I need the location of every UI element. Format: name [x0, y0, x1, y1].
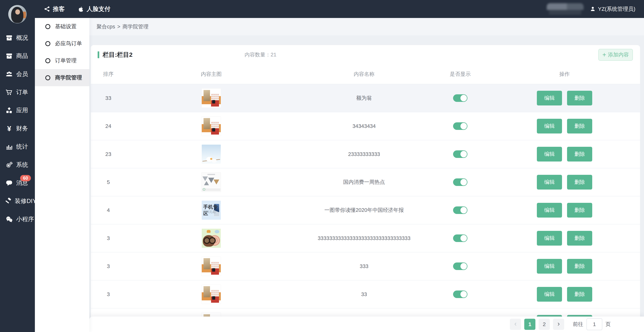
share-icon	[44, 6, 50, 12]
actions-cell: 编辑删除	[489, 231, 640, 246]
name-cell: 33	[297, 291, 432, 297]
thumbnail-cell	[126, 116, 297, 136]
sort-cell: 3	[91, 291, 126, 297]
pagination-prev-button[interactable]: ‹	[510, 319, 521, 330]
topbar-item-face-pay[interactable]: 人脸支付	[78, 5, 110, 13]
submenu-item-order-management[interactable]: 订单管理	[35, 52, 89, 69]
actions-cell: 编辑删除	[489, 119, 640, 133]
sidebar-item-messages[interactable]: 消息60	[0, 174, 35, 192]
actions-cell: 编辑删除	[489, 175, 640, 190]
column-header-4: 操作	[489, 71, 640, 78]
visibility-toggle[interactable]	[453, 150, 468, 158]
topbar-item-promoter[interactable]: 推客	[44, 5, 65, 13]
edit-button[interactable]: 编辑	[537, 231, 562, 246]
visibility-toggle[interactable]	[453, 263, 468, 270]
wechat-icon	[5, 216, 14, 223]
sidebar-item-finance[interactable]: ¥财务	[0, 119, 35, 138]
submenu: 基础设置必应鸟订单订单管理商学院管理	[35, 18, 89, 332]
sidebar-item-overview[interactable]: 概况	[0, 29, 35, 47]
delete-button[interactable]: 删除	[567, 91, 592, 105]
actions-cell: 编辑删除	[489, 259, 640, 274]
sidebar-item-decorate-diy[interactable]: 装修DIY	[0, 192, 35, 210]
account-menu[interactable]: YZ(系统管理员)	[590, 5, 635, 13]
name-cell: 34343434	[297, 123, 432, 129]
delete-button[interactable]: 删除	[567, 203, 592, 218]
delete-button[interactable]: 删除	[567, 287, 592, 302]
table-row: 333333333333333333333333333333333编辑删除	[91, 224, 640, 252]
visibility-toggle[interactable]	[453, 94, 468, 102]
title-accent-bar	[98, 51, 99, 58]
edit-button[interactable]: 编辑	[537, 175, 562, 190]
edit-button[interactable]: 编辑	[537, 91, 562, 105]
thumbnail-cell	[126, 257, 297, 276]
content-thumbnail	[202, 257, 221, 276]
pagination-page-1[interactable]: 1	[524, 319, 536, 330]
actions-cell: 编辑删除	[489, 203, 640, 218]
edit-button[interactable]: 编辑	[537, 147, 562, 162]
sidebar-item-members[interactable]: 会员	[0, 65, 35, 83]
visibility-toggle[interactable]	[453, 122, 468, 130]
message-count-badge: 60	[20, 175, 31, 181]
avatar[interactable]	[8, 5, 26, 23]
sort-value: 3	[107, 291, 110, 297]
topbar: 推客人脸支付 YZ(系统管理员)	[0, 0, 644, 18]
delete-button[interactable]: 删除	[567, 175, 592, 190]
thumbnail-cell	[126, 145, 297, 164]
pagination-next-button[interactable]: ›	[553, 319, 564, 330]
sort-cell: 23	[91, 151, 126, 157]
pagination-page-2[interactable]: 2	[539, 319, 550, 330]
actions-cell: 编辑删除	[489, 287, 640, 302]
sidebar-item-orders[interactable]: 订单	[0, 83, 35, 101]
column-header-0: 排序	[91, 71, 126, 78]
account-name: YZ(系统管理员)	[598, 5, 635, 13]
sort-value: 4	[107, 207, 110, 213]
cart-icon	[5, 89, 14, 96]
submenu-item-basic-settings[interactable]: 基础设置	[35, 18, 89, 35]
submenu-item-label: 必应鸟订单	[55, 40, 82, 47]
redacted-shop-name	[547, 3, 584, 15]
content-thumbnail	[202, 145, 221, 164]
visibility-toggle[interactable]	[453, 234, 468, 242]
visibility-toggle[interactable]	[453, 206, 468, 214]
edit-button[interactable]: 编辑	[537, 119, 562, 133]
thumbnail-cell	[126, 88, 297, 108]
sort-cell: 5	[91, 179, 126, 185]
delete-button[interactable]: 删除	[567, 119, 592, 133]
thumbnail-cell	[126, 285, 297, 304]
sidebar-item-apps[interactable]: 应用	[0, 101, 35, 119]
breadcrumb-root[interactable]: 聚合cps	[96, 23, 115, 30]
edit-button[interactable]: 编辑	[537, 259, 562, 274]
content-name: 33	[361, 291, 367, 297]
visibility-toggle[interactable]	[453, 291, 468, 298]
delete-button[interactable]: 删除	[567, 231, 592, 246]
edit-button[interactable]: 编辑	[537, 203, 562, 218]
breadcrumb: 聚合cps > 商学院管理	[89, 18, 644, 35]
content-thumbnail	[202, 116, 221, 136]
sidebar-item-goods[interactable]: 商品	[0, 47, 35, 65]
add-content-button[interactable]: + 添加内容	[598, 49, 633, 61]
apple-icon	[78, 6, 84, 12]
delete-button[interactable]: 删除	[567, 147, 592, 162]
toggle-knob	[460, 263, 467, 270]
sidebar-item-system[interactable]: 系统	[0, 156, 35, 174]
circle-icon	[45, 75, 50, 80]
sort-value: 23	[105, 151, 111, 157]
sidebar-item-statistics[interactable]: 统计	[0, 138, 35, 156]
breadcrumb-current: 商学院管理	[122, 23, 148, 30]
table-row: 3333编辑删除	[91, 252, 640, 281]
edit-button[interactable]: 编辑	[537, 287, 562, 302]
name-cell: 33333333333333333333333333333333	[297, 235, 432, 241]
delete-button[interactable]: 删除	[567, 259, 592, 274]
submenu-item-bird-orders[interactable]: 必应鸟订单	[35, 35, 89, 52]
table-row: 33额为翁编辑删除	[91, 84, 640, 112]
visibility-toggle[interactable]	[453, 178, 468, 186]
content-name: 34343434	[352, 123, 376, 129]
content-name: 额为翁	[356, 94, 372, 102]
submenu-item-label: 订单管理	[55, 57, 76, 64]
sidebar-item-mini-program[interactable]: 小程序	[0, 210, 35, 228]
page-input[interactable]	[586, 318, 602, 330]
sidebar-item-label: 小程序	[16, 215, 34, 223]
toggle-knob	[460, 95, 467, 101]
sidebar-item-label: 订单	[16, 88, 28, 96]
submenu-item-business-school[interactable]: 商学院管理	[35, 69, 89, 86]
